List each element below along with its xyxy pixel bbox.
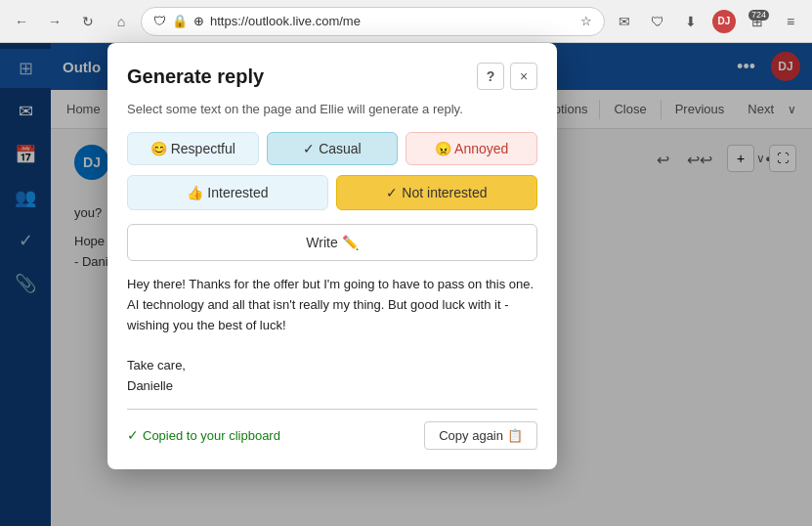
modal-header: Generate reply ? × [127,63,537,90]
modal-help-button[interactable]: ? [477,63,504,90]
tone-buttons-row: 😊 Respectful ✓ Casual 😠 Annoyed [127,132,537,165]
reload-button[interactable]: ↻ [74,8,102,35]
text-separator [127,409,537,410]
address-bar[interactable]: 🛡 🔒 ⊕ https://outlook.live.com/me ☆ [141,7,605,36]
home-button[interactable]: ⌂ [107,8,135,35]
modal-footer: ✓ Copied to your clipboard Copy again 📋 [127,421,537,450]
badge-button[interactable]: ⊞ 724 [744,8,771,35]
modal-subtitle: Select some text on the page and Ellie w… [127,102,537,116]
interested-button[interactable]: 👍 Interested [127,175,328,210]
extension-button[interactable]: 🛡 [644,8,671,35]
write-button-label: Write ✏️ [306,235,358,250]
profile-avatar-label: DJ [718,16,731,26]
lock-icon: 🔒 [172,14,188,28]
copy-again-label: Copy again [439,428,503,443]
profile-button[interactable]: DJ [710,8,738,35]
tone-casual-button[interactable]: ✓ Casual [267,132,399,165]
copy-icon: 📋 [507,428,523,443]
tone-respectful-button[interactable]: 😊 Respectful [127,132,259,165]
tone-annoyed-button[interactable]: 😠 Annoyed [406,132,537,165]
modal-close-button[interactable]: × [510,63,537,90]
browser-icons: ✉ 🛡 ⬇ DJ ⊞ 724 ≡ [611,8,804,35]
modal-title: Generate reply [127,66,477,88]
notification-badge: 724 [748,10,769,21]
browser-chrome: ← → ↻ ⌂ 🛡 🔒 ⊕ https://outlook.live.com/m… [0,0,812,43]
email-icon-button[interactable]: ✉ [611,8,638,35]
generate-reply-modal: Generate reply ? × Select some text on t… [107,43,557,469]
copied-status: ✓ Copied to your clipboard [127,427,416,443]
copy-again-button[interactable]: Copy again 📋 [424,421,537,450]
interest-buttons-row: 👍 Interested ✓ Not interested [127,175,537,210]
sign-name: Danielle [127,376,537,397]
download-button[interactable]: ⬇ [677,8,705,35]
write-button[interactable]: Write ✏️ [127,224,537,261]
menu-button[interactable]: ≡ [777,8,804,35]
generated-text: Hey there! Thanks for the offer but I'm … [127,275,537,397]
url-text: https://outlook.live.com/me [210,14,575,28]
generated-body: Hey there! Thanks for the offer but I'm … [127,275,537,335]
back-button[interactable]: ← [8,8,35,35]
copied-label: Copied to your clipboard [143,428,280,443]
copied-check-icon: ✓ [127,427,139,443]
not-interested-button[interactable]: ✓ Not interested [336,175,537,210]
globe-icon: ⊕ [193,14,204,28]
star-icon[interactable]: ☆ [580,14,592,28]
sign-off: Take care, [127,356,537,376]
shield-icon: 🛡 [153,14,166,28]
forward-button[interactable]: → [41,8,68,35]
